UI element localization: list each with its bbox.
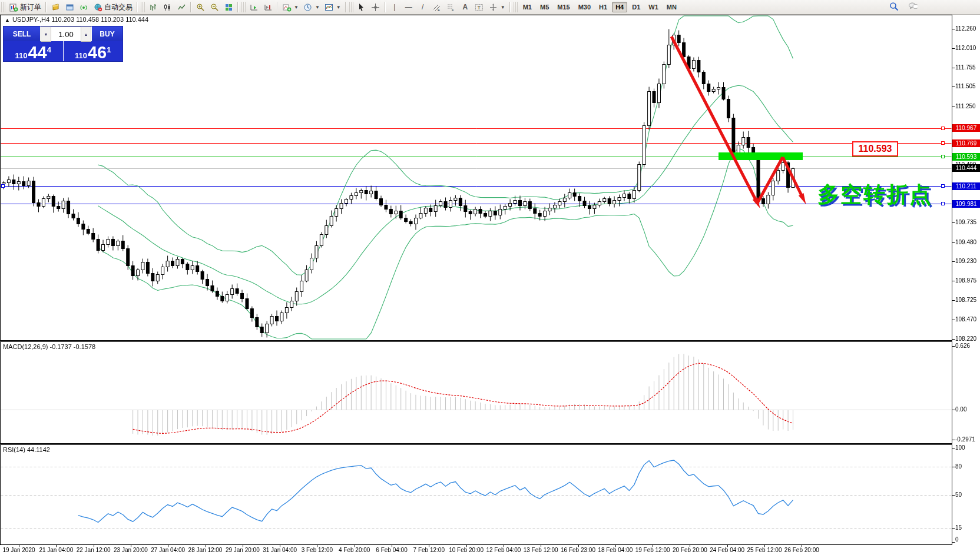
arrows-button[interactable]: ▼ [486, 1, 508, 13]
timeframe-button-m30[interactable]: M30 [575, 2, 594, 12]
buy-button[interactable]: BUY [91, 26, 122, 41]
chart-shift-button[interactable] [261, 1, 275, 13]
cursor-button[interactable] [355, 1, 369, 13]
autotrading-label: 自动交易 [104, 2, 133, 12]
candlestick-button[interactable] [160, 1, 174, 13]
time-tick-label: 18 Feb 04:00 [598, 547, 633, 553]
chat-button[interactable] [906, 1, 920, 12]
auto-scroll-button[interactable] [247, 1, 261, 13]
annotation-text[interactable]: 多空转折点 [817, 180, 932, 210]
horizontal-line-icon: — [404, 2, 413, 12]
price-tick-label: 108.220 [955, 335, 976, 342]
timeframe-button-mn[interactable]: MN [663, 2, 680, 12]
text-label-button[interactable]: T [472, 1, 486, 13]
crosshair-button[interactable] [369, 1, 383, 13]
macd-label: MACD(12,26,9) -0.1737 -0.1578 [3, 343, 95, 350]
price-badge: 110.593 [952, 153, 980, 161]
tile-windows-icon [224, 2, 233, 12]
auto-scroll-icon [249, 2, 259, 12]
timeframe-button-m5[interactable]: M5 [537, 2, 552, 12]
trendline-button[interactable]: / [416, 1, 430, 13]
line-chart-icon [177, 2, 186, 12]
volume-up-button[interactable]: ▲ [81, 26, 91, 42]
search-button[interactable] [887, 1, 901, 12]
arrows-icon [489, 2, 498, 12]
navigator-icon [65, 2, 74, 12]
volume-down-button[interactable]: ▼ [41, 26, 51, 42]
volume-stepper: ▼ 1.00 ▲ [41, 26, 91, 41]
collapse-panel-icon[interactable]: ▲ [5, 17, 10, 23]
timeframe-bar: M1M5M15M30H1H4D1W1MN [519, 2, 681, 12]
toolbar-grip[interactable] [1, 2, 5, 12]
templates-icon [325, 2, 334, 12]
price-badge: 109.981 [952, 200, 980, 208]
time-tick-label: 6 Feb 04:00 [376, 547, 407, 553]
price-tick-label: 108.725 [955, 297, 976, 303]
vertical-line-button[interactable]: | [388, 1, 402, 13]
time-tick-label: 28 Jan 12:00 [188, 547, 223, 553]
price-tick-label: 111.505 [955, 83, 976, 89]
buy-price[interactable]: 110461 [64, 41, 123, 61]
price-label-box[interactable]: 110.593 [852, 141, 898, 157]
price-badge: 110.211 [952, 182, 980, 190]
rsi-label: RSI(14) 44.1142 [3, 446, 50, 453]
time-tick-label: 22 Jan 12:00 [77, 547, 111, 553]
volume-value[interactable]: 1.00 [51, 30, 81, 39]
text-button[interactable]: A [458, 1, 472, 13]
periods-caret-icon: ▼ [315, 5, 320, 10]
indicators-button[interactable]: ▼ [280, 1, 301, 13]
search-icon [889, 2, 899, 11]
indicators-caret-icon: ▼ [294, 5, 299, 10]
timeframe-button-h4[interactable]: H4 [612, 2, 627, 12]
timeframe-button-m15[interactable]: M15 [554, 2, 573, 12]
time-tick-label: 13 Feb 12:00 [524, 547, 558, 553]
svg-text:T: T [478, 5, 481, 11]
zoom-in-button[interactable] [193, 1, 207, 13]
time-tick-label: 12 Feb 04:00 [486, 547, 521, 553]
navigator-button[interactable] [62, 1, 77, 13]
zoom-out-button[interactable] [207, 1, 221, 13]
price-tick-label: 109.480 [955, 239, 976, 245]
chart-canvas[interactable] [0, 0, 980, 555]
cursor-icon [357, 2, 366, 12]
autotrading-button[interactable]: 自动交易 [91, 1, 135, 14]
periods-button[interactable]: ▼ [301, 1, 322, 13]
sell-price[interactable]: 110444 [4, 41, 64, 61]
tile-windows-button[interactable] [221, 1, 236, 13]
time-tick-label: 27 Jan 04:00 [151, 547, 185, 553]
timeframe-button-h1[interactable]: H1 [595, 2, 611, 12]
text-label-icon: T [475, 2, 484, 12]
bar-chart-button[interactable] [146, 1, 160, 13]
line-chart-button[interactable] [174, 1, 188, 13]
svg-text:E: E [438, 8, 440, 12]
price-tick-label: 109.230 [955, 258, 976, 264]
market-watch-button[interactable] [48, 1, 62, 13]
timeframe-button-w1[interactable]: W1 [645, 2, 662, 12]
price-tick-label: 109.735 [955, 219, 976, 225]
new-order-icon [9, 2, 18, 12]
support-rectangle[interactable] [719, 152, 803, 160]
fibonacci-button[interactable]: F [444, 1, 458, 13]
rsi-tick-label: 100 [955, 444, 965, 451]
sell-button[interactable]: SELL [4, 26, 41, 41]
time-tick-label: 19 Jan 2020 [2, 547, 35, 553]
timeframe-button-m1[interactable]: M1 [519, 2, 535, 12]
timeframe-button-d1[interactable]: D1 [628, 2, 644, 12]
templates-button[interactable]: ▼ [322, 1, 343, 13]
channel-button[interactable]: E [430, 1, 444, 13]
vertical-line-icon: | [390, 2, 399, 12]
rsi-tick-label: 15 [955, 524, 962, 531]
new-order-button[interactable]: 新订单 [6, 1, 44, 14]
indicators-icon [282, 2, 292, 12]
candlestick-icon [163, 2, 172, 12]
price-tick-label: 112.010 [955, 45, 976, 51]
terminal-button[interactable] [77, 1, 91, 13]
horizontal-line-button[interactable]: — [402, 1, 416, 13]
ohlc-info-line: ▲USDJPY-,H4 110.203 110.458 110.203 110.… [5, 16, 148, 23]
new-order-label: 新订单 [20, 2, 41, 12]
time-tick-label: 24 Feb 04:00 [710, 547, 744, 553]
fibonacci-icon: F [446, 2, 456, 12]
price-tick-label: 111.755 [955, 64, 976, 71]
price-tick-label: 108.975 [955, 277, 976, 284]
toolbar: 新订单 自动交易 [0, 0, 980, 15]
